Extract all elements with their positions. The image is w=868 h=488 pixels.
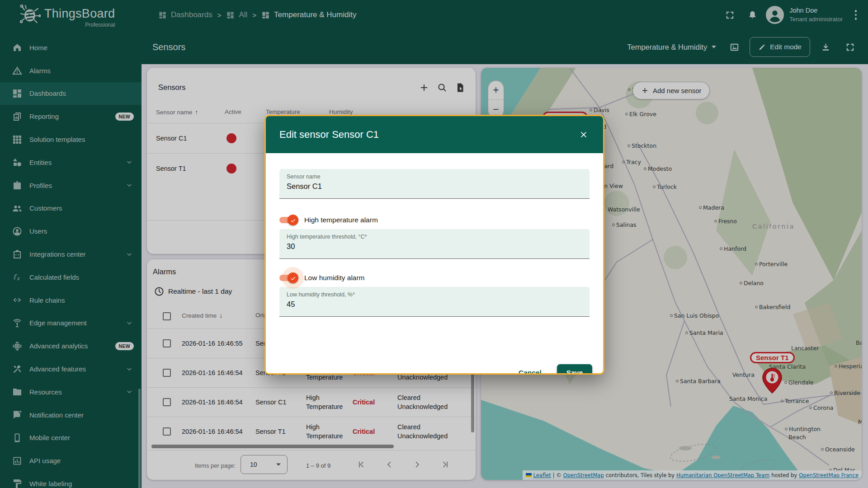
high-temperature-threshold-field[interactable]: High temperature threshold, °C* 30	[279, 229, 590, 259]
low-humidity-alarm-toggle[interactable]	[279, 272, 299, 284]
field-label: Low humidity threshold, %*	[287, 291, 582, 298]
cancel-button[interactable]: Cancel	[517, 365, 543, 375]
high-temperature-alarm-toggle[interactable]	[279, 214, 299, 226]
check-icon	[288, 215, 298, 225]
field-value: Sensor C1	[287, 182, 582, 191]
dialog-title: Edit sensor Sensor C1	[279, 129, 576, 141]
save-button[interactable]: Save	[557, 364, 592, 375]
field-label: High temperature threshold, °C*	[287, 234, 582, 240]
field-value: 30	[287, 242, 582, 251]
edit-sensor-dialog: Edit sensor Sensor C1 Sensor name Sensor…	[264, 115, 604, 375]
toggle-label: Low humidity alarm	[304, 274, 365, 282]
sensor-name-field[interactable]: Sensor name Sensor C1	[279, 169, 590, 199]
close-button[interactable]	[576, 127, 591, 142]
field-value: 45	[287, 300, 582, 309]
low-humidity-threshold-field[interactable]: Low humidity threshold, %* 45	[279, 287, 590, 317]
close-icon	[579, 130, 588, 139]
toggle-label: High temperature alarm	[304, 216, 378, 224]
field-label: Sensor name	[287, 174, 582, 180]
check-icon	[288, 272, 298, 283]
